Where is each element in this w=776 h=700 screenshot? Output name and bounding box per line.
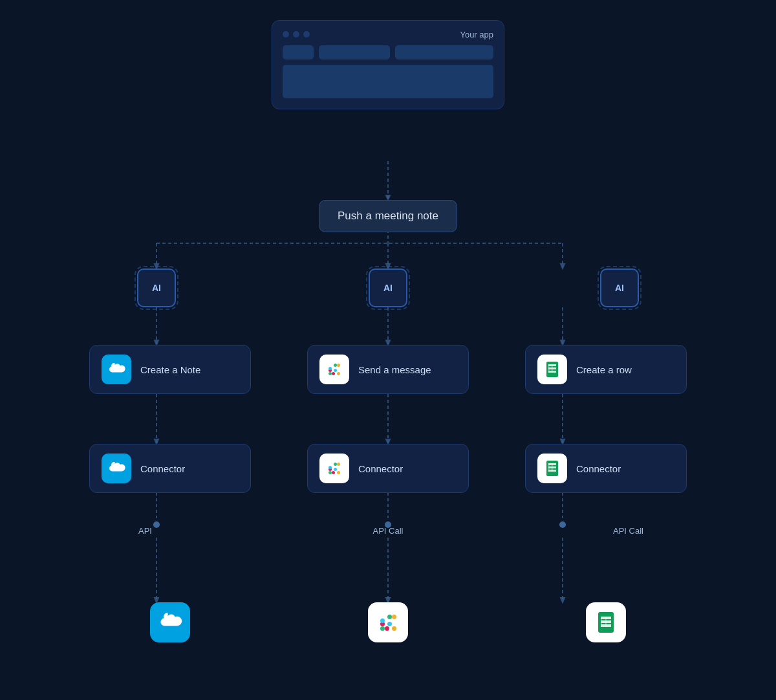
svg-rect-52 (380, 626, 385, 631)
sheets-icon (537, 355, 567, 384)
create-row-label: Create a row (576, 364, 632, 375)
window-dot (293, 31, 299, 38)
sheets-connector-icon (537, 454, 567, 483)
app-title: Your app (460, 30, 493, 39)
ai-chip-right: AI (600, 268, 639, 307)
svg-rect-38 (329, 471, 332, 474)
svg-rect-56 (385, 626, 389, 631)
window-block (319, 45, 390, 60)
svg-rect-51 (387, 615, 392, 619)
svg-rect-55 (380, 618, 385, 623)
send-message-label: Send a message (358, 364, 431, 375)
connector-slack-label: Connector (358, 463, 403, 474)
api-label-left: API (138, 526, 152, 536)
final-sheets-icon (586, 602, 626, 642)
svg-rect-48 (552, 463, 553, 472)
svg-rect-26 (337, 372, 340, 375)
svg-rect-33 (548, 364, 550, 373)
window-block (395, 45, 493, 60)
api-label-center: API Call (373, 526, 404, 536)
window-block (283, 45, 314, 60)
svg-rect-41 (329, 466, 332, 469)
svg-rect-34 (552, 364, 553, 373)
final-slack-icon (368, 602, 408, 642)
svg-rect-39 (337, 463, 340, 466)
svg-rect-53 (392, 615, 396, 619)
connector-sheets-label: Connector (576, 463, 621, 474)
svg-rect-36 (334, 468, 337, 471)
connector-card-slack: Connector (307, 444, 469, 493)
window-row (283, 45, 493, 60)
window-dot (283, 31, 289, 38)
svg-rect-50 (387, 622, 392, 626)
svg-rect-27 (329, 372, 332, 375)
slack-connector-icon (319, 454, 349, 483)
svg-point-13 (153, 521, 160, 528)
final-salesforce-icon (150, 602, 190, 642)
window-block (283, 65, 493, 98)
window-dot (303, 31, 310, 38)
salesforce-icon (102, 355, 131, 384)
ai-chip-left: AI (137, 268, 176, 307)
svg-rect-28 (332, 372, 335, 375)
svg-rect-47 (548, 463, 550, 472)
svg-rect-61 (601, 617, 602, 627)
svg-rect-37 (334, 463, 337, 466)
create-note-label: Create a Note (140, 364, 200, 375)
salesforce-connector-icon (102, 454, 131, 483)
svg-rect-22 (329, 367, 332, 370)
svg-rect-40 (337, 471, 340, 474)
action-card-create-row: Create a row (525, 345, 687, 394)
app-window: Your app (272, 20, 504, 109)
svg-rect-24 (337, 364, 340, 367)
svg-rect-23 (334, 364, 337, 367)
push-note-label: Push a meeting note (319, 200, 457, 232)
svg-rect-54 (392, 626, 396, 631)
action-card-create-note: Create a Note (89, 345, 251, 394)
api-label-right: API Call (613, 526, 643, 536)
svg-rect-62 (605, 617, 607, 627)
svg-rect-42 (332, 471, 335, 474)
slack-icon (319, 355, 349, 384)
connector-sf-label: Connector (140, 463, 185, 474)
ai-chip-center: AI (369, 268, 407, 307)
connector-card-sheets: Connector (525, 444, 687, 493)
action-card-send-message: Send a message (307, 345, 469, 394)
connector-card-sf: Connector (89, 444, 251, 493)
svg-point-19 (559, 521, 566, 528)
